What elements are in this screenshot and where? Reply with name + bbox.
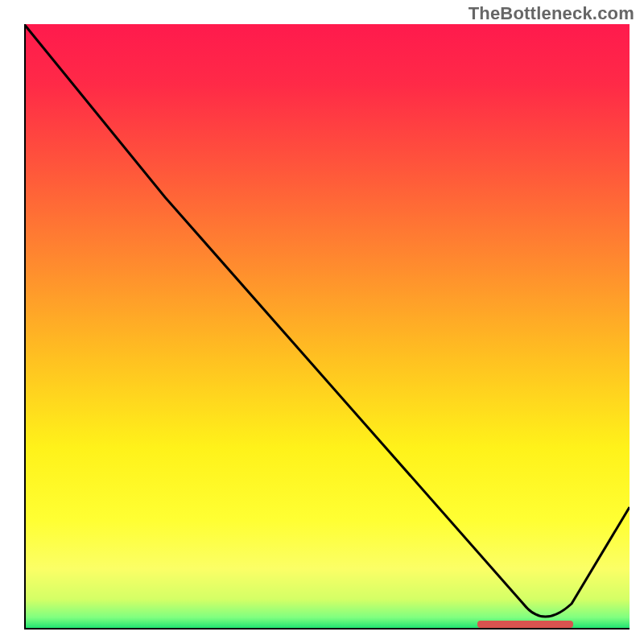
optimal-range-marker xyxy=(477,621,573,628)
watermark-label: TheBottleneck.com xyxy=(469,3,634,24)
gradient-area xyxy=(24,24,630,630)
bottleneck-chart xyxy=(24,24,630,630)
chart-container: TheBottleneck.com xyxy=(0,0,644,644)
